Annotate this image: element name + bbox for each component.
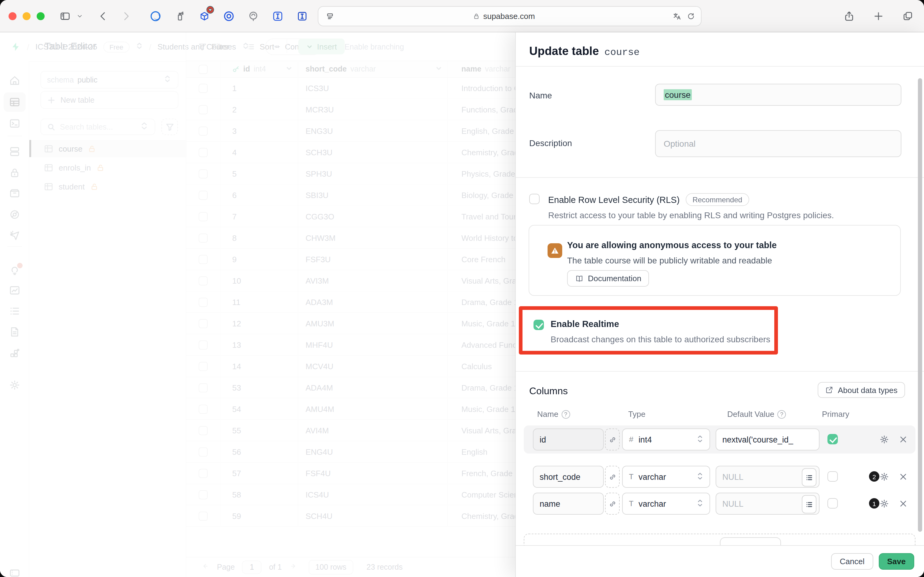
cell-id[interactable]: 56 — [221, 441, 298, 462]
documentation-button[interactable]: Documentation — [567, 270, 649, 287]
cell-short-code[interactable]: ADA4M — [298, 377, 448, 398]
logs-icon[interactable] — [4, 301, 26, 321]
cell-short-code[interactable]: AMU3M — [298, 313, 448, 334]
table-name-input[interactable]: course — [655, 84, 901, 106]
cell-short-code[interactable]: CGG3O — [298, 206, 448, 227]
column-default-input[interactable]: NULL — [716, 466, 819, 488]
cell-short-code[interactable]: CHW3M — [298, 227, 448, 248]
row-checkbox[interactable] — [199, 511, 208, 521]
next-page-button[interactable] — [289, 562, 298, 572]
cell-short-code[interactable]: FSF4U — [298, 463, 448, 484]
cell-id[interactable]: 57 — [221, 463, 298, 484]
column-type-select[interactable]: T varchar — [622, 466, 710, 488]
cell-id[interactable]: 3 — [221, 121, 298, 141]
share-icon[interactable] — [842, 10, 856, 23]
cell-id[interactable]: 55 — [221, 420, 298, 441]
cell-short-code[interactable]: SCH4U — [298, 506, 448, 526]
page-size-button[interactable]: 100 rows — [309, 560, 353, 575]
cell-id[interactable]: 11 — [221, 292, 298, 312]
table-editor-icon[interactable] — [4, 92, 26, 112]
cell-short-code[interactable]: ENG3U — [298, 121, 448, 141]
cell-id[interactable]: 9 — [221, 249, 298, 269]
cell-short-code[interactable]: ENG4U — [298, 441, 448, 462]
filter-tables-button[interactable] — [161, 119, 178, 135]
cell-id[interactable]: 54 — [221, 398, 298, 419]
chevron-down-icon[interactable] — [285, 64, 293, 74]
rls-checkbox[interactable] — [529, 194, 539, 204]
sidebar-toggle-icon[interactable] — [58, 9, 71, 23]
cell-id[interactable]: 8 — [221, 227, 298, 248]
reports-icon[interactable] — [4, 280, 26, 300]
cell-short-code[interactable]: ICS3U — [298, 77, 448, 98]
cell-id[interactable]: 4 — [221, 142, 298, 163]
advisors-icon[interactable] — [4, 260, 26, 280]
address-bar[interactable]: supabase.com — [318, 6, 702, 26]
add-column-button[interactable] — [720, 537, 781, 545]
expression-picker-button[interactable] — [802, 495, 816, 513]
package-heart-icon[interactable] — [197, 9, 211, 23]
row-checkbox[interactable] — [199, 276, 208, 285]
row-checkbox[interactable] — [199, 405, 208, 414]
one-password-icon[interactable] — [222, 9, 235, 23]
cell-short-code[interactable]: SBI3U — [298, 185, 448, 205]
realtime-checkbox[interactable] — [533, 320, 544, 330]
row-checkbox[interactable] — [199, 490, 208, 499]
tab-overview-icon[interactable] — [901, 10, 914, 23]
sql-editor-icon[interactable] — [4, 114, 26, 133]
page-number-input[interactable]: 1 — [242, 561, 262, 574]
filter-button[interactable]: Filter — [198, 42, 229, 51]
column-header-id[interactable]: idint4 — [221, 61, 298, 77]
row-checkbox[interactable] — [199, 126, 208, 135]
primary-checkbox[interactable] — [827, 471, 838, 482]
cell-short-code[interactable]: MCR3U — [298, 99, 448, 120]
help-icon[interactable]: ? — [778, 410, 786, 418]
column-settings-button[interactable] — [879, 471, 890, 482]
row-checkbox[interactable] — [199, 169, 208, 178]
sort-button[interactable]: Sort — [246, 42, 274, 51]
integrations-icon[interactable] — [4, 343, 26, 363]
row-checkbox[interactable] — [199, 469, 208, 478]
cell-id[interactable]: 14 — [221, 356, 298, 377]
cell-id[interactable]: 10 — [221, 270, 298, 291]
new-table-button[interactable]: New table — [40, 91, 179, 109]
sort-tables-icon[interactable] — [140, 122, 148, 132]
cleaner-spray-icon[interactable] — [173, 9, 187, 23]
column-name-input[interactable]: name — [533, 493, 604, 515]
storage-icon[interactable] — [4, 184, 26, 203]
instapaper-alt-icon[interactable] — [295, 9, 309, 23]
save-button[interactable]: Save — [879, 553, 914, 570]
cell-short-code[interactable]: ICS4U — [298, 484, 448, 505]
close-window-button[interactable] — [8, 12, 16, 20]
cell-id[interactable]: 58 — [221, 484, 298, 505]
sidebar-table-item[interactable]: student — [29, 178, 186, 195]
remove-column-button[interactable] — [898, 434, 909, 445]
column-default-input[interactable]: NULL — [716, 493, 819, 515]
column-type-select[interactable]: T varchar — [622, 493, 710, 515]
sidebar-table-item[interactable]: enrols_in — [29, 159, 186, 176]
select-all-checkbox[interactable] — [199, 64, 208, 74]
api-docs-icon[interactable] — [4, 322, 26, 342]
description-input[interactable]: Optional — [655, 130, 901, 157]
realtime-icon[interactable] — [4, 226, 26, 245]
prev-page-button[interactable] — [201, 562, 209, 572]
panel-scrollbar[interactable] — [918, 78, 922, 532]
remove-column-button[interactable] — [898, 498, 909, 509]
sidebar-chevron-icon[interactable] — [73, 9, 86, 23]
command-palette-icon[interactable] — [4, 563, 26, 577]
cell-id[interactable]: 1 — [221, 77, 298, 98]
insert-button[interactable]: Insert — [298, 39, 344, 55]
cell-short-code[interactable]: SPH3U — [298, 163, 448, 184]
primary-checkbox[interactable] — [827, 498, 838, 509]
foreign-key-button[interactable] — [605, 466, 620, 488]
row-checkbox[interactable] — [199, 426, 208, 435]
sidebar-table-item[interactable]: course — [29, 140, 186, 157]
foreign-key-button[interactable] — [605, 429, 620, 450]
reload-icon[interactable] — [684, 10, 697, 23]
row-checkbox[interactable] — [199, 190, 208, 200]
column-default-input[interactable]: nextval('course_id_ — [716, 429, 819, 450]
cell-id[interactable]: 53 — [221, 377, 298, 398]
home-icon[interactable] — [4, 71, 26, 90]
instapaper-icon[interactable] — [271, 9, 284, 23]
row-checkbox[interactable] — [199, 255, 208, 264]
row-checkbox[interactable] — [199, 340, 208, 349]
